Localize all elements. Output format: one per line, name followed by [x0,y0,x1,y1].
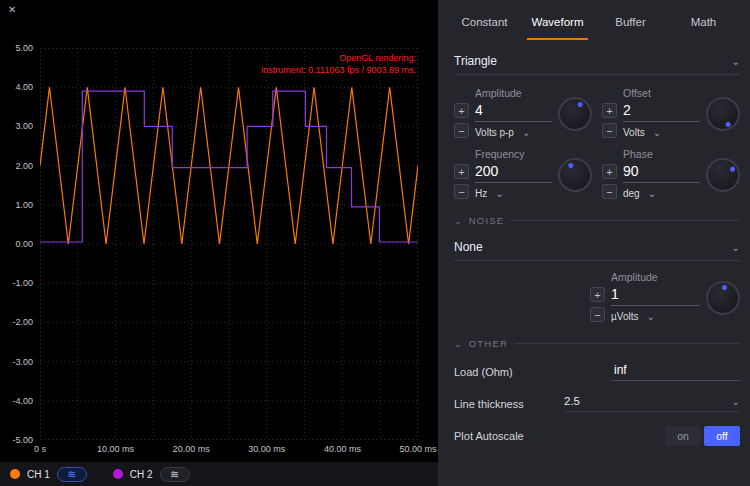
noise-amplitude-unit-select[interactable]: µVolts ⌄ [611,311,700,322]
autoscale-off-button[interactable]: off [704,426,740,446]
frequency-label: Frequency [475,148,552,160]
offset-increment-button[interactable]: + [602,103,617,118]
amplitude-unit-select[interactable]: Volts p-p ⌄ [475,127,552,138]
tab-math[interactable]: Math [667,16,740,40]
chevron-down-icon: ⌄ [646,311,654,322]
line-thickness-select[interactable]: 2.5 ⌄ [564,395,740,412]
chevron-down-icon: ⌄ [454,339,463,349]
load-label: Load (Ohm) [454,366,513,378]
chevron-down-icon: ⌄ [522,127,530,138]
channel-1-settings-button[interactable]: ≋ [57,467,87,482]
y-axis-tick-labels: 5.004.003.002.001.000.00-1.00-2.00-3.00-… [0,48,36,440]
tab-constant[interactable]: Constant [448,16,521,40]
noise-amplitude-knob[interactable] [706,281,740,315]
amplitude-control: + − Amplitude 4 Volts p-p ⌄ [454,87,592,138]
phase-decrement-button[interactable]: − [602,184,617,199]
frequency-increment-button[interactable]: + [454,164,469,179]
chevron-down-icon: ⌄ [732,242,740,253]
sliders-icon: ≋ [170,469,179,480]
overlay-line-1: OpenGL rendering: [261,52,416,64]
frequency-value[interactable]: 200 [475,163,552,183]
plot-autoscale-label: Plot Autoscale [454,430,524,442]
noise-section-header: ⌄ NOISE [454,215,740,226]
phase-increment-button[interactable]: + [602,164,617,179]
frequency-decrement-button[interactable]: − [454,184,469,199]
noise-amplitude-control: + − Amplitude 1 µVolts ⌄ [590,271,740,322]
close-icon[interactable]: ✕ [8,4,16,15]
y-tick-label: 2.00 [15,161,33,171]
offset-value[interactable]: 2 [623,102,700,122]
channel-2-group: CH 2 ≋ [113,467,190,482]
amplitude-value[interactable]: 4 [475,102,552,122]
plot-autoscale-row: Plot Autoscale on off [454,426,740,446]
amplitude-knob[interactable] [558,97,592,131]
waveform-plot-canvas [40,48,418,440]
x-tick-label: 10.00 ms [97,444,134,454]
offset-knob[interactable] [706,97,740,131]
channel-2-color-dot [113,469,123,479]
other-section-title: OTHER [469,338,508,349]
channel-2-settings-button[interactable]: ≋ [160,467,190,482]
sliders-icon: ≋ [67,469,76,480]
noise-type-select[interactable]: None ⌄ [454,240,740,261]
x-tick-label: 50.00 ms [399,444,436,454]
other-section-header: ⌄ OTHER [454,338,740,349]
y-tick-label: 0.00 [15,239,33,249]
y-tick-label: -1.00 [12,278,33,288]
y-tick-label: 4.00 [15,82,33,92]
noise-section-title: NOISE [469,215,505,226]
noise-amplitude-decrement-button[interactable]: − [590,307,605,322]
load-input[interactable]: inf [612,363,740,381]
tab-buffer[interactable]: Buffer [594,16,667,40]
y-tick-label: 3.00 [15,121,33,131]
x-tick-label: 0 s [34,444,46,454]
line-thickness-row: Line thickness 2.5 ⌄ [454,395,740,412]
autoscale-on-button[interactable]: on [665,426,701,446]
waveform-controls: + − Amplitude 4 Volts p-p ⌄ + − [454,87,740,199]
y-tick-label: 5.00 [15,43,33,53]
noise-amplitude-increment-button[interactable]: + [590,287,605,302]
x-tick-label: 20.00 ms [173,444,210,454]
chevron-down-icon: ⌄ [454,216,463,226]
offset-unit-select[interactable]: Volts ⌄ [623,127,700,138]
noise-amplitude-row: + − Amplitude 1 µVolts ⌄ [438,271,740,322]
y-tick-label: -4.00 [12,396,33,406]
noise-type-value: None [454,240,483,254]
waveform-type-value: Triangle [454,54,497,68]
y-tick-label: -2.00 [12,317,33,327]
chevron-down-icon: ⌄ [653,127,661,138]
opengl-overlay-text: OpenGL rendering: instrument: 0.111063 f… [261,52,416,76]
phase-unit-select[interactable]: deg ⌄ [623,188,700,199]
channels-bar: CH 1 ≋ CH 2 ≋ [0,462,438,486]
oscilloscope-plot-panel: ✕ 5.004.003.002.001.000.00-1.00-2.00-3.0… [0,0,438,462]
frequency-knob[interactable] [558,158,592,192]
offset-decrement-button[interactable]: − [602,123,617,138]
waveform-type-select[interactable]: Triangle ⌄ [454,54,740,75]
amplitude-label: Amplitude [475,87,552,99]
overlay-line-2: instrument: 0.111063 fps / 9003.89 ms. [261,64,416,76]
chevron-down-icon: ⌄ [648,188,656,199]
offset-control: + − Offset 2 Volts ⌄ [602,87,740,138]
frequency-unit-select[interactable]: Hz ⌄ [475,188,552,199]
x-tick-label: 30.00 ms [248,444,285,454]
offset-label: Offset [623,87,700,99]
channel-1-color-dot [10,469,20,479]
load-row: Load (Ohm) inf [454,363,740,381]
line-thickness-label: Line thickness [454,398,524,410]
chevron-down-icon: ⌄ [732,56,740,67]
frequency-control: + − Frequency 200 Hz ⌄ [454,148,592,199]
chevron-down-icon: ⌄ [732,396,740,407]
y-tick-label: -5.00 [12,435,33,445]
phase-value[interactable]: 90 [623,163,700,183]
tab-waveform[interactable]: Waveform [521,16,594,40]
x-tick-label: 40.00 ms [324,444,361,454]
plot-autoscale-toggle: on off [665,426,740,446]
x-axis-tick-labels: 0 s10.00 ms20.00 ms30.00 ms40.00 ms50.00… [40,444,418,456]
waveform-plot[interactable] [40,48,418,440]
channel-2-label: CH 2 [130,469,153,480]
noise-amplitude-value[interactable]: 1 [611,286,700,306]
phase-knob[interactable] [706,158,740,192]
amplitude-decrement-button[interactable]: − [454,123,469,138]
y-tick-label: 1.00 [15,200,33,210]
amplitude-increment-button[interactable]: + [454,103,469,118]
